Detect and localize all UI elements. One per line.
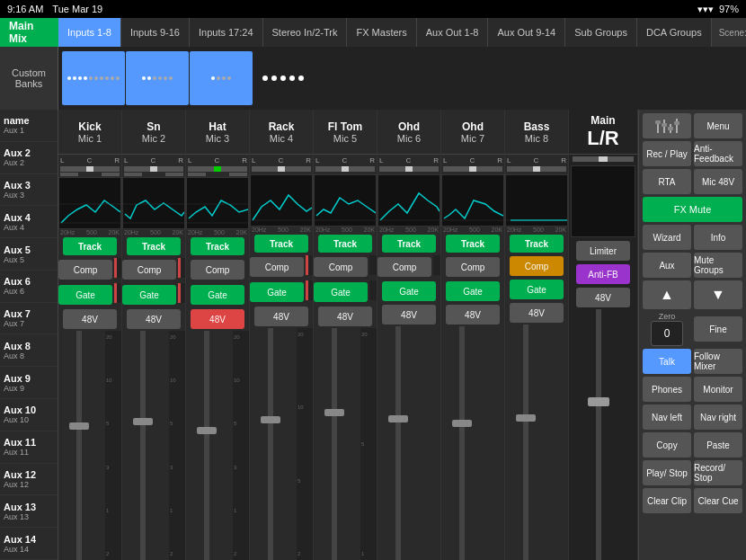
info-button[interactable]: Info xyxy=(694,225,742,250)
gate-button-5[interactable]: Gate xyxy=(314,282,368,302)
gate-button-3[interactable]: Gate xyxy=(191,285,244,305)
talk-button[interactable]: Talk xyxy=(643,349,691,374)
eq-display-2[interactable] xyxy=(122,177,185,229)
comp-button-7[interactable]: Comp xyxy=(446,257,500,277)
pan-slider-8[interactable] xyxy=(507,166,566,172)
eq-display-5[interactable] xyxy=(314,174,377,227)
tab-inputs-9-16[interactable]: Inputs 9-16 xyxy=(121,18,190,47)
track-button-5[interactable]: Track xyxy=(318,235,372,253)
eq-display-4[interactable] xyxy=(250,174,313,227)
input-strip-1[interactable] xyxy=(62,51,125,105)
monitor-button[interactable]: Monitor xyxy=(694,377,742,402)
gate-button-2[interactable]: Gate xyxy=(122,285,176,305)
48v-button-7[interactable]: 48V xyxy=(446,305,500,324)
comp-button-6[interactable]: Comp xyxy=(377,257,431,277)
tab-inputs-1-8[interactable]: Inputs 1-8 xyxy=(58,18,121,47)
pan-slider-2[interactable] xyxy=(124,166,183,172)
clear-clip-button[interactable]: Clear Clip xyxy=(643,488,691,513)
48v-button-8[interactable]: 48V xyxy=(510,303,564,323)
rec-play-button[interactable]: Rec / Play xyxy=(643,141,691,166)
fader-knob-7[interactable] xyxy=(452,420,472,427)
tab-aux-out-9-14[interactable]: Aux Out 9-14 xyxy=(488,18,565,47)
track-button-8[interactable]: Track xyxy=(510,235,564,253)
play-stop-button[interactable]: Play/ Stop xyxy=(643,460,691,485)
pan-slider-7[interactable] xyxy=(443,166,502,172)
pan-knob-3[interactable] xyxy=(214,166,221,172)
pan-slider-6[interactable] xyxy=(379,166,439,172)
phones-button[interactable]: Phones xyxy=(643,377,691,402)
comp-button-2[interactable]: Comp xyxy=(122,260,176,280)
tab-aux-out-1-8[interactable]: Aux Out 1-8 xyxy=(417,18,489,47)
tab-dca-groups[interactable]: DCA Groups xyxy=(637,18,712,47)
fader-icon-button[interactable] xyxy=(643,113,691,138)
copy-button[interactable]: Copy xyxy=(643,432,691,458)
pan-knob-1[interactable] xyxy=(86,166,93,172)
eq-display-6[interactable] xyxy=(377,174,440,227)
track-button-3[interactable]: Track xyxy=(191,237,244,255)
track-button-6[interactable]: Track xyxy=(382,235,436,253)
comp-button-4[interactable]: Comp xyxy=(250,257,304,277)
48v-button-6[interactable]: 48V xyxy=(382,305,436,324)
gate-button-4[interactable]: Gate xyxy=(250,282,304,302)
nav-left-button[interactable]: Nav left xyxy=(643,404,691,430)
arrow-up-button[interactable]: ▲ xyxy=(643,280,691,309)
pan-slider-1[interactable] xyxy=(60,166,120,172)
gate-button-6[interactable]: Gate xyxy=(382,281,436,301)
track-button-4[interactable]: Track xyxy=(254,235,308,253)
fader-knob-6[interactable] xyxy=(388,415,408,422)
fine-button[interactable]: Fine xyxy=(694,316,742,342)
eq-display-8[interactable] xyxy=(505,174,568,227)
comp-button-1[interactable]: Comp xyxy=(58,260,112,280)
48v-button-2[interactable]: 48V xyxy=(127,309,181,329)
48v-button-3[interactable]: 48V xyxy=(191,309,244,329)
record-stop-button[interactable]: Record/ Stop xyxy=(694,460,742,485)
menu-button[interactable]: Menu xyxy=(694,113,742,138)
eq-display-1[interactable] xyxy=(58,177,121,229)
arrow-down-button[interactable]: ▼ xyxy=(694,280,742,309)
fx-mute-button[interactable]: FX Mute xyxy=(643,197,742,222)
gate-button-7[interactable]: Gate xyxy=(446,281,500,301)
tab-stereo-in[interactable]: Stereo In/2-Trk xyxy=(263,18,348,47)
48v-button-5[interactable]: 48V xyxy=(318,307,372,326)
rta-button[interactable]: RTA xyxy=(643,169,691,194)
main-fader-knob[interactable] xyxy=(588,397,609,406)
pan-slider-4[interactable] xyxy=(252,166,311,172)
mic-48v-button[interactable]: Mic 48V xyxy=(694,169,742,194)
custom-banks-label[interactable]: Custom Banks xyxy=(0,47,58,110)
eq-display-3[interactable] xyxy=(186,177,249,229)
eq-display-7[interactable] xyxy=(441,174,504,227)
anti-fb-button[interactable]: Anti-FB xyxy=(576,264,630,284)
aux-button[interactable]: Aux xyxy=(643,253,691,278)
fader-knob-4[interactable] xyxy=(261,416,280,423)
limiter-button[interactable]: Limiter xyxy=(576,241,630,261)
tab-inputs-17-24[interactable]: Inputs 17:24 xyxy=(190,18,263,47)
pan-knob-2[interactable] xyxy=(150,166,157,172)
nav-right-button[interactable]: Nav right xyxy=(694,404,742,430)
pan-slider-5[interactable] xyxy=(315,166,375,172)
pan-slider-3[interactable] xyxy=(188,166,247,172)
mute-groups-button[interactable]: Mute Groups xyxy=(694,253,742,278)
main-pan-slider[interactable] xyxy=(573,156,634,162)
clear-cue-button[interactable]: Clear Cue xyxy=(694,488,742,513)
input-strip-2[interactable] xyxy=(126,51,189,105)
wizard-button[interactable]: Wizard xyxy=(643,225,691,250)
48v-button-1[interactable]: 48V xyxy=(63,309,117,329)
comp-button-3[interactable]: Comp xyxy=(191,260,244,280)
main-mix-button[interactable]: Main Mix xyxy=(0,18,58,47)
fader-knob-8[interactable] xyxy=(516,414,536,422)
fader-knob-2[interactable] xyxy=(133,418,153,425)
fader-knob-5[interactable] xyxy=(324,409,344,416)
tab-sub-groups[interactable]: Sub Groups xyxy=(565,18,637,47)
comp-button-5[interactable]: Comp xyxy=(314,257,368,277)
48v-button-4[interactable]: 48V xyxy=(254,307,308,326)
input-strip-3[interactable] xyxy=(190,51,253,105)
fader-knob-1[interactable] xyxy=(69,422,89,430)
paste-button[interactable]: Paste xyxy=(694,432,742,458)
gate-button-1[interactable]: Gate xyxy=(58,285,112,305)
anti-feedback-button[interactable]: Anti-Feedback xyxy=(694,141,742,166)
track-button-7[interactable]: Track xyxy=(446,235,500,253)
follow-mixer-button[interactable]: Follow Mixer xyxy=(694,349,742,374)
comp-button-8[interactable]: Comp xyxy=(510,256,564,276)
tab-fx-masters[interactable]: FX Masters xyxy=(347,18,416,47)
main-48v[interactable]: 48V xyxy=(576,288,630,307)
